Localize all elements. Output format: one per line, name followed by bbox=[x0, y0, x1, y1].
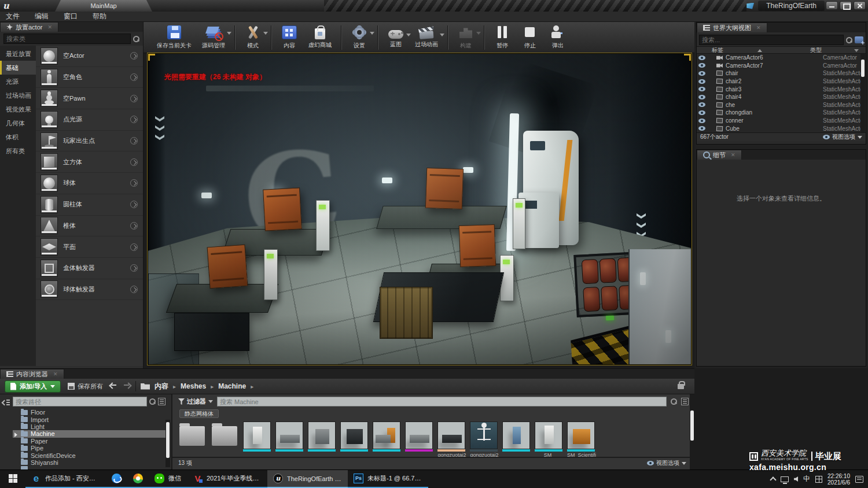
type-filter-icon[interactable] bbox=[854, 49, 859, 52]
outliner-row[interactable]: connerStaticMeshActor bbox=[697, 117, 866, 125]
folder-row-light[interactable]: Light bbox=[13, 423, 165, 430]
back-arrow-icon[interactable] bbox=[110, 383, 118, 390]
place-item-sphere-trigger[interactable]: 球体触发器 bbox=[36, 279, 143, 301]
asset-tile[interactable] bbox=[275, 422, 304, 457]
category-geometry[interactable]: 几何体 bbox=[0, 116, 36, 130]
visibility-eye-icon[interactable] bbox=[698, 56, 705, 60]
taskbar-item-photoshop[interactable]: Ps未标题-1 @ 66.7%... bbox=[348, 470, 428, 488]
drag-handle-icon[interactable] bbox=[130, 95, 138, 102]
scrollbar-thumb[interactable] bbox=[861, 60, 865, 77]
place-item-cube[interactable]: 立方体 bbox=[36, 151, 143, 173]
breadcrumb-content[interactable]: 内容 bbox=[155, 382, 168, 391]
save-all-button[interactable]: 保存所有 bbox=[65, 380, 105, 393]
content-browser-tab[interactable]: 内容浏览器 ✕ bbox=[0, 369, 64, 379]
dropdown-arrow-icon[interactable] bbox=[263, 32, 268, 35]
drag-handle-icon[interactable] bbox=[130, 52, 138, 60]
asset-search-input[interactable] bbox=[217, 397, 667, 406]
taskbar-item-edge[interactable]: e作品添加 - 西安美... bbox=[25, 470, 106, 488]
dropdown-arrow-icon[interactable] bbox=[440, 34, 444, 36]
level-viewport[interactable]: C bbox=[148, 54, 691, 364]
menu-window[interactable]: 窗口 bbox=[64, 12, 78, 21]
source-control-button[interactable]: 源码管理 bbox=[197, 24, 230, 51]
cb-view-options[interactable]: 视图选项 bbox=[647, 459, 686, 467]
save-level-button[interactable]: 保存当前关卡 bbox=[152, 24, 197, 51]
asset-tile[interactable]: SM_Scientific... bbox=[567, 422, 596, 457]
visibility-eye-icon[interactable] bbox=[698, 126, 705, 131]
outliner-row[interactable]: CameraActor7CameraActor bbox=[697, 62, 866, 70]
visibility-eye-icon[interactable] bbox=[698, 119, 705, 123]
asset-tile[interactable] bbox=[373, 422, 402, 457]
asset-tile[interactable] bbox=[502, 422, 531, 457]
category-vfx[interactable]: 视觉效果 bbox=[0, 102, 36, 116]
asset-tile[interactable]: gongzuotai2 bbox=[470, 422, 499, 457]
maximize-button[interactable] bbox=[840, 1, 852, 10]
add-actor-icon[interactable] bbox=[855, 36, 863, 43]
column-label[interactable]: 标签 bbox=[697, 46, 810, 54]
place-actors-tab[interactable]: 放置actor ✕ bbox=[0, 22, 58, 32]
marketplace-button[interactable]: 虚幻商城 bbox=[303, 24, 337, 50]
open-folder-icon[interactable] bbox=[141, 383, 150, 390]
outliner-row[interactable]: chongdianStaticMeshActor bbox=[697, 109, 866, 117]
tab-close-icon[interactable]: ✕ bbox=[731, 152, 735, 158]
breadcrumb-meshes[interactable]: Meshes bbox=[181, 382, 206, 390]
category-all[interactable]: 所有类 bbox=[0, 144, 36, 158]
drag-handle-icon[interactable] bbox=[130, 73, 138, 81]
eject-button[interactable]: 弹出 bbox=[544, 24, 572, 51]
asset-scrollbar[interactable] bbox=[690, 394, 694, 469]
ime-grid-icon[interactable] bbox=[815, 476, 822, 483]
settings-button[interactable]: 设置 bbox=[345, 24, 373, 51]
tab-close-icon[interactable]: ✕ bbox=[756, 25, 761, 31]
start-button[interactable] bbox=[0, 470, 25, 488]
category-lights[interactable]: 光源 bbox=[0, 75, 36, 88]
scrollbar-thumb[interactable] bbox=[690, 411, 694, 441]
breadcrumb-machine[interactable]: Machine bbox=[218, 382, 246, 390]
modes-button[interactable]: 模式 bbox=[239, 24, 267, 51]
place-item-cone[interactable]: 椎体 bbox=[36, 216, 143, 237]
drag-handle-icon[interactable] bbox=[130, 243, 138, 251]
place-search-input[interactable] bbox=[3, 34, 131, 44]
place-item-empty-actor[interactable]: 空Actor bbox=[36, 46, 143, 67]
taskbar-item-wechat[interactable]: 微信 bbox=[149, 470, 187, 488]
folder-row-floor[interactable]: Floor bbox=[13, 409, 165, 416]
place-item-cylinder[interactable]: 圆柱体 bbox=[36, 194, 143, 216]
taskbar-item-grad-site[interactable]: V2021年毕业季线上... bbox=[187, 470, 267, 488]
place-item-plane[interactable]: 平面 bbox=[36, 236, 143, 258]
folder-row-paper[interactable]: Paper bbox=[13, 438, 165, 445]
drag-handle-icon[interactable] bbox=[130, 158, 138, 166]
drag-handle-icon[interactable] bbox=[130, 286, 138, 293]
outliner-row[interactable]: chair4StaticMeshActor bbox=[697, 93, 866, 101]
drag-handle-icon[interactable] bbox=[130, 137, 138, 145]
place-item-box-trigger[interactable]: 盒体触发器 bbox=[36, 258, 143, 279]
category-recent[interactable]: 最近放置 bbox=[0, 47, 36, 61]
visibility-eye-icon[interactable] bbox=[698, 63, 705, 68]
dropdown-arrow-icon[interactable] bbox=[370, 32, 374, 35]
add-import-button[interactable]: 添加/导入 bbox=[5, 380, 61, 393]
visibility-eye-icon[interactable] bbox=[698, 79, 705, 84]
visibility-eye-icon[interactable] bbox=[698, 71, 705, 76]
category-basic[interactable]: 基础 bbox=[0, 61, 36, 75]
folder-row-shiyanshi[interactable]: Shiyanshi bbox=[13, 459, 165, 466]
folder-row-machine[interactable]: Machine bbox=[13, 430, 165, 437]
network-icon[interactable] bbox=[781, 476, 789, 482]
stop-button[interactable]: 停止 bbox=[516, 24, 544, 51]
place-item-sphere[interactable]: 球体 bbox=[36, 173, 143, 194]
visibility-eye-icon[interactable] bbox=[698, 87, 705, 91]
place-item-empty-character[interactable]: 空角色 bbox=[36, 67, 143, 88]
taskbar-item-app[interactable] bbox=[127, 470, 149, 488]
sort-ascending-icon[interactable] bbox=[757, 49, 762, 52]
tray-expand-icon[interactable] bbox=[770, 476, 776, 483]
asset-tile[interactable]: gongzuotai2 bbox=[437, 422, 466, 457]
category-volumes[interactable]: 体积 bbox=[0, 130, 36, 144]
place-item-empty-pawn[interactable]: 空Pawn bbox=[36, 88, 143, 109]
drag-handle-icon[interactable] bbox=[130, 116, 138, 123]
level-tab[interactable]: MainMap bbox=[55, 0, 152, 12]
place-item-player-start[interactable]: 玩家出生点 bbox=[36, 131, 143, 152]
asset-tile[interactable] bbox=[308, 422, 337, 457]
collapse-sources-icon[interactable] bbox=[2, 399, 10, 405]
list-view-icon[interactable] bbox=[681, 398, 689, 405]
tab-close-icon[interactable]: ✕ bbox=[53, 371, 58, 377]
taskbar-item-browser[interactable] bbox=[106, 470, 127, 488]
lock-icon[interactable] bbox=[678, 384, 684, 389]
outliner-row[interactable]: CubeStaticMeshActor bbox=[697, 124, 866, 132]
asset-tile[interactable] bbox=[340, 422, 369, 457]
